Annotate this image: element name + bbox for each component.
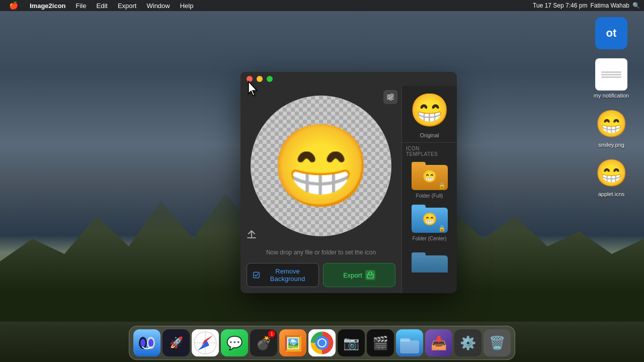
dock-item-aisuite[interactable]: 💣 1 [250, 329, 277, 356]
notification-line-2 [601, 74, 621, 75]
remove-bg-icon [253, 271, 260, 279]
menubar-search-icon[interactable]: 🔍 [632, 2, 640, 9]
folder-center-img: 😁 🔒 [410, 205, 450, 235]
menubar: 🍎 Image2icon File Edit Export Window Hel… [0, 0, 644, 11]
svg-rect-10 [369, 272, 372, 275]
menubar-window[interactable]: Window [142, 0, 174, 11]
desktop-icon-applet-icns[interactable]: 😁 applet.icns [589, 155, 634, 199]
template-folder-center[interactable]: 😁 🔒 Folder (Center) [402, 202, 457, 244]
notification-line-1 [601, 71, 621, 73]
export-icon [365, 270, 375, 280]
svg-point-28 [318, 339, 326, 346]
menubar-user: Fatima Wahab [590, 2, 629, 9]
canvas-panel: 😁 [240, 86, 401, 293]
desktop-icons: ot my notification 😁 smiley.png 😁 applet… [589, 15, 634, 199]
folder-center-label: Folder (Center) [413, 236, 447, 241]
action-bar: Remove Background Export [240, 259, 401, 293]
drop-hint: Now drop any file or folder to set the i… [240, 246, 401, 259]
menubar-right: Tue 17 Sep 7:46 pm Fatima Wahab 🔍 [533, 2, 640, 9]
folder-full-label: Folder (Full) [416, 193, 443, 199]
smiley-png-img: 😁 [595, 108, 627, 140]
applet-icns-img: 😁 [595, 157, 627, 189]
window-content: 😁 [240, 86, 457, 293]
notification-line-3 [601, 76, 621, 78]
smiley-png-label: smiley.png [598, 142, 624, 148]
emoji-preview: 😁 [251, 96, 391, 236]
menubar-left: 🍎 Image2icon File Edit Export Window Hel… [4, 0, 197, 11]
ot-icon-img: ot [595, 17, 627, 49]
dock-item-moviemaker[interactable]: 🎬 [367, 329, 394, 356]
dock-item-launchpad[interactable]: 🚀 [163, 329, 190, 356]
dock: 🚀 💬 💣 1 🖼️ 📷 🎬 [129, 326, 515, 360]
export-button[interactable]: Export [323, 263, 395, 287]
svg-point-15 [148, 339, 153, 347]
svg-rect-31 [400, 338, 410, 341]
svg-rect-30 [400, 340, 419, 353]
remove-background-button[interactable]: Remove Background [247, 263, 319, 287]
dock-item-downloads[interactable]: 📥 [425, 329, 452, 356]
notification-lines [601, 70, 621, 79]
original-label: Original [420, 132, 439, 138]
window-minimize-button[interactable] [257, 76, 263, 82]
svg-point-3 [388, 96, 390, 98]
svg-point-1 [391, 94, 393, 96]
menubar-app-name[interactable]: Image2icon [26, 0, 70, 11]
folder-next-img [410, 247, 450, 278]
dock-item-files[interactable] [396, 329, 423, 356]
dock-item-finder[interactable] [133, 329, 160, 356]
dock-item-chrome[interactable] [308, 329, 336, 356]
template-folder-full[interactable]: 😁 🔒 Folder (Full) [402, 159, 457, 202]
window-titlebar [240, 72, 457, 86]
ot-app-icon[interactable]: ot [589, 15, 634, 51]
notification-icon-img [595, 58, 627, 90]
menubar-help[interactable]: Help [176, 0, 198, 11]
window-close-button[interactable] [247, 76, 253, 82]
menubar-file[interactable]: File [72, 0, 91, 11]
svg-rect-6 [247, 237, 256, 238]
applet-icns-label: applet.icns [598, 191, 625, 197]
svg-rect-8 [254, 272, 259, 278]
dock-item-trash[interactable]: 🗑️ [484, 329, 511, 356]
notification-label: my notification [594, 93, 629, 99]
dock-item-tools[interactable]: ⚙️ [454, 329, 481, 356]
svg-rect-7 [251, 231, 252, 237]
folder-full-img: 😁 🔒 [410, 162, 450, 192]
desktop-icon-notification[interactable]: my notification [589, 56, 634, 101]
dock-item-photos[interactable]: 📷 [338, 329, 365, 356]
window-maximize-button[interactable] [267, 76, 273, 82]
dock-item-messages[interactable]: 💬 [221, 329, 248, 356]
original-section: 😁 Original [402, 86, 457, 143]
apple-menu[interactable]: 🍎 [4, 0, 24, 11]
dock-item-safari[interactable] [192, 329, 219, 356]
upload-button[interactable] [245, 228, 259, 242]
settings-icon-button[interactable] [383, 90, 397, 104]
desktop-icon-smiley-png[interactable]: 😁 smiley.png [589, 106, 634, 150]
original-image: 😁 [410, 90, 450, 130]
canvas-inner: 😁 [251, 96, 391, 236]
menubar-time: Tue 17 Sep 7:46 pm [533, 2, 587, 9]
svg-point-14 [140, 339, 145, 347]
badge-count: 1 [268, 330, 275, 337]
menubar-edit[interactable]: Edit [92, 0, 111, 11]
templates-section-header: ICON TEMPLATES [402, 143, 457, 159]
app-window: 😁 [240, 72, 457, 293]
svg-point-5 [390, 98, 392, 100]
templates-panel: 😁 Original ICON TEMPLATES 😁 🔒 Folder (Fu… [401, 86, 457, 293]
canvas-area[interactable]: 😁 [240, 86, 401, 246]
template-folder-next[interactable] [402, 244, 457, 281]
dock-item-image2icon[interactable]: 🖼️ [279, 329, 306, 356]
menubar-export[interactable]: Export [114, 0, 141, 11]
